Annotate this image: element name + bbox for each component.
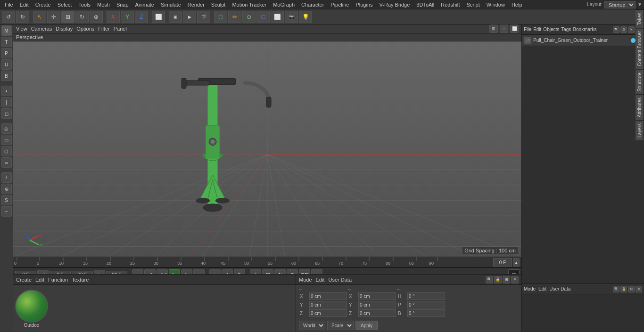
vtab-content-browser[interactable]: Content Browser	[636, 28, 644, 69]
menu-mesh[interactable]: Mesh	[94, 0, 113, 9]
render-region-button[interactable]: ▣	[169, 11, 182, 23]
magnet-icon[interactable]: ⊕	[1, 184, 12, 194]
paint-button[interactable]: ⬜	[271, 11, 284, 23]
menu-3dtoall[interactable]: 3DToAll	[413, 0, 437, 9]
prev-frame-mini[interactable]: ◀	[37, 270, 49, 274]
render-to-picture-button[interactable]: 🎬	[197, 11, 210, 23]
menu-animate[interactable]: Animate	[132, 0, 157, 9]
live-select-icon[interactable]: ◎	[1, 123, 12, 134]
rotate-tool-button[interactable]: ↻	[75, 11, 89, 23]
scale-tool-button[interactable]: ⊞	[61, 11, 74, 23]
obj-menu-tags[interactable]: Tags	[561, 27, 571, 32]
scale-dropdown[interactable]: Scale	[327, 321, 354, 330]
rewind-to-start-button[interactable]: ⏮	[132, 269, 143, 274]
move-tool-button[interactable]: ✛	[47, 11, 60, 23]
bp-3d-icon[interactable]: B	[1, 71, 12, 81]
menu-help[interactable]: Help	[509, 0, 525, 9]
mat-menu-function[interactable]: Function	[48, 277, 68, 283]
vtab-takes[interactable]: Takes	[636, 9, 644, 28]
points-icon[interactable]: •	[1, 86, 12, 96]
loop-button[interactable]: ↻	[234, 269, 245, 274]
obj-settings-icon[interactable]: ⚙	[620, 26, 627, 33]
play-button[interactable]: ▶	[169, 269, 180, 274]
prev-frame-button[interactable]: ◀	[144, 269, 156, 274]
loop-select-icon[interactable]: ∞	[1, 157, 12, 168]
coord-b-rot[interactable]	[407, 309, 445, 317]
apply-button[interactable]: Apply	[355, 321, 378, 330]
mode-grid-button[interactable]: ⊞⊞	[299, 269, 310, 274]
model-icon[interactable]: M	[1, 25, 12, 36]
obj-search-icon[interactable]: 🔍	[613, 26, 619, 33]
mode-snap-button[interactable]: P	[287, 269, 298, 274]
attr-menu-userdata[interactable]: User Data	[329, 277, 352, 283]
attr-menu-edit[interactable]: Edit	[316, 277, 325, 283]
menu-edit[interactable]: Edit	[17, 0, 32, 9]
viewport-menu-view[interactable]: View	[16, 26, 27, 32]
vtab-layers[interactable]: Layers	[636, 120, 644, 140]
camera-button[interactable]: 📷	[285, 11, 298, 23]
attr-close-icon[interactable]: ✕	[511, 276, 519, 283]
menu-snap[interactable]: Snap	[114, 0, 132, 9]
scene-canvas[interactable]: X Y Z Grid Spacing : 100 cm	[13, 41, 521, 257]
select-tool-button[interactable]: ↖	[33, 11, 46, 23]
edges-icon[interactable]: |	[1, 97, 12, 107]
object-entry[interactable]: L0 Pull_Chair_Green_Outdoor_Trainer	[522, 35, 644, 46]
menu-render[interactable]: Render	[185, 0, 207, 9]
smooth-icon[interactable]: ~	[1, 206, 12, 217]
material-slot[interactable]: Outdoo	[15, 290, 48, 328]
menu-redshift[interactable]: Redshift	[438, 0, 462, 9]
menu-script[interactable]: Script	[464, 0, 483, 9]
obj-menu-bookmarks[interactable]: Bookmarks	[573, 27, 596, 32]
end-frame-input[interactable]	[72, 271, 93, 274]
mode-rotate-button[interactable]: ↻	[274, 269, 286, 274]
menu-file[interactable]: File	[2, 0, 16, 9]
coord-z-pos[interactable]	[309, 309, 347, 317]
coord-x-scale[interactable]	[358, 292, 396, 300]
object-mode-button[interactable]: ⬜	[152, 11, 165, 23]
undo-button[interactable]: ↺	[2, 11, 15, 23]
forward-to-end-button[interactable]: ⏭	[193, 269, 205, 274]
menu-sculpt[interactable]: Sculpt	[208, 0, 229, 9]
vp-icon2[interactable]: ↔	[500, 24, 508, 33]
rattr-lock-icon[interactable]: 🔒	[620, 286, 627, 292]
auto-key-button[interactable]: A	[222, 269, 233, 274]
attr-lock-icon[interactable]: 🔒	[494, 276, 502, 283]
menu-motion-tracker[interactable]: Motion Tracker	[229, 0, 269, 9]
play-reverse-button[interactable]: ◀◀	[157, 269, 168, 274]
layout-dropdown[interactable]: Startup	[604, 1, 636, 8]
menu-plugins[interactable]: Plugins	[353, 0, 375, 9]
record-button[interactable]: ⏺	[209, 269, 221, 274]
attr-search-icon[interactable]: 🔍	[486, 276, 493, 283]
deformer-button[interactable]: ⬡	[256, 11, 270, 23]
rattr-menu-edit[interactable]: Edit	[538, 286, 546, 292]
attr-expand-icon[interactable]: ⊞	[503, 276, 510, 283]
polygons-icon[interactable]: ◻	[1, 108, 12, 119]
frame-arrow-up[interactable]: ▲	[513, 258, 520, 267]
menu-tools[interactable]: Tools	[75, 0, 93, 9]
x-axis-button[interactable]: X	[107, 11, 120, 23]
coord-y-pos[interactable]	[309, 301, 347, 308]
menu-simulate[interactable]: Simulate	[158, 0, 184, 9]
vtab-attributes[interactable]: Attributes	[636, 94, 644, 120]
start-frame-input[interactable]	[15, 271, 36, 274]
viewport-menu-filter[interactable]: Filter	[98, 26, 109, 32]
coord-z-scale[interactable]	[358, 309, 396, 317]
obj-menu-file[interactable]: File	[524, 27, 531, 32]
menu-character[interactable]: Character	[298, 0, 327, 9]
coord-p-rot[interactable]	[407, 301, 445, 308]
object-visibility-dot[interactable]	[631, 38, 636, 43]
menu-select[interactable]: Select	[55, 0, 75, 9]
menu-mograph[interactable]: MoGraph	[270, 0, 297, 9]
redo-button[interactable]: ↻	[16, 11, 29, 23]
rattr-close-icon[interactable]: ✕	[636, 286, 642, 292]
spline-button[interactable]: ✏	[228, 11, 241, 23]
mode-scale-button[interactable]: ⊞	[262, 269, 273, 274]
brush-icon[interactable]: S	[1, 195, 12, 205]
viewport-menu-display[interactable]: Display	[56, 26, 73, 32]
menu-pipeline[interactable]: Pipeline	[328, 0, 352, 9]
vtab-structure[interactable]: Structure	[636, 69, 644, 95]
menu-create[interactable]: Create	[33, 0, 54, 9]
obj-menu-objects[interactable]: Objects	[543, 27, 559, 32]
rattr-menu-mode[interactable]: Mode	[524, 286, 536, 292]
bp-uv-icon[interactable]: U	[1, 59, 12, 70]
